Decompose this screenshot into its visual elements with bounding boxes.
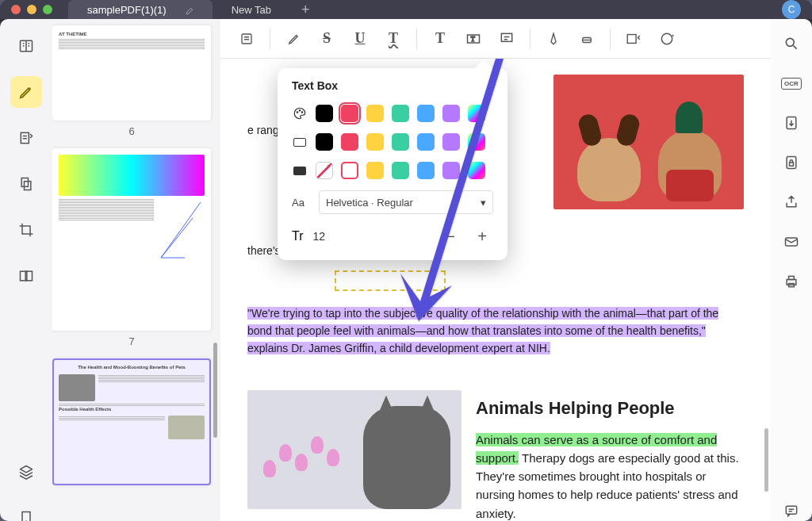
- color-swatch-red[interactable]: [341, 133, 358, 151]
- page-thumbnail-8[interactable]: The Health and Mood-Boosting Benefits of…: [52, 358, 211, 485]
- thumb-title: The Health and Mood-Boosting Benefits of…: [59, 365, 205, 371]
- font-select[interactable]: Helvetica · Regular ▾: [319, 190, 493, 214]
- text-tool[interactable]: T: [427, 25, 454, 52]
- lock-button[interactable]: [779, 151, 803, 174]
- color-swatch-blue[interactable]: [417, 133, 435, 151]
- thumb-title: AT THETIME: [59, 32, 205, 38]
- wavy-underline-tool[interactable]: T: [380, 25, 407, 52]
- maximize-window-button[interactable]: [43, 5, 52, 14]
- svg-rect-9: [501, 33, 511, 41]
- font-row: Aa Helvetica · Regular ▾: [292, 190, 493, 214]
- secondary-image: [247, 390, 462, 509]
- color-swatch-gradient[interactable]: [468, 133, 485, 151]
- popover-title: Text Box: [292, 79, 493, 92]
- border-color-row: [292, 133, 493, 151]
- convert-button[interactable]: [779, 111, 803, 135]
- layers-button[interactable]: [10, 456, 42, 488]
- tab-new[interactable]: New Tab: [213, 0, 290, 19]
- color-swatch-yellow[interactable]: [366, 105, 384, 122]
- color-swatch-purple[interactable]: [442, 162, 460, 179]
- color-swatch-black[interactable]: [316, 105, 333, 122]
- chevron-down-icon: ▾: [481, 197, 486, 209]
- reader-mode-button[interactable]: [10, 30, 42, 62]
- pen-tool[interactable]: [540, 25, 567, 52]
- user-avatar[interactable]: C: [782, 0, 801, 19]
- color-swatch-gradient[interactable]: [468, 162, 485, 179]
- svg-rect-16: [790, 163, 794, 166]
- color-swatch-black[interactable]: [316, 133, 333, 151]
- eraser-tool[interactable]: [573, 25, 600, 52]
- border-icon: [292, 136, 308, 148]
- color-swatch-red[interactable]: [341, 162, 358, 179]
- ocr-button[interactable]: OCR: [779, 71, 803, 95]
- palette-icon: [292, 107, 308, 120]
- share-button[interactable]: [779, 190, 803, 214]
- tab-active[interactable]: samplePDF(1)(1): [68, 0, 213, 19]
- add-tab-button[interactable]: +: [290, 0, 321, 19]
- page-thumbnail-7[interactable]: [52, 148, 211, 331]
- size-label: Tr: [292, 229, 304, 243]
- color-swatch-purple[interactable]: [442, 133, 460, 151]
- svg-point-24: [301, 112, 303, 113]
- color-swatch-blue[interactable]: [417, 105, 435, 122]
- thumb-number: 7: [52, 335, 211, 347]
- titlebar: samplePDF(1)(1) New Tab + C: [0, 0, 812, 19]
- minimize-window-button[interactable]: [27, 5, 36, 14]
- color-swatch-teal[interactable]: [392, 162, 409, 179]
- close-window-button[interactable]: [11, 5, 21, 14]
- svg-text:T: T: [471, 36, 475, 43]
- content-area: AT THETIME 6 7: [0, 19, 812, 521]
- compare-tool-button[interactable]: [10, 260, 42, 292]
- color-swatch-purple[interactable]: [442, 105, 460, 122]
- shape-tool[interactable]: [620, 25, 647, 52]
- edit-tool-button[interactable]: [10, 122, 42, 154]
- textbox-tool[interactable]: T: [460, 25, 487, 52]
- svg-rect-19: [789, 276, 795, 279]
- color-swatch-red[interactable]: [341, 105, 358, 122]
- color-swatch-none[interactable]: [316, 162, 333, 179]
- svg-rect-1: [21, 132, 29, 143]
- thumbnail-panel: AT THETIME 6 7: [52, 19, 220, 521]
- svg-point-23: [299, 110, 301, 112]
- size-row: Tr 12 − +: [292, 225, 493, 247]
- highlight-tool-button[interactable]: [10, 76, 42, 108]
- callout-tool[interactable]: [493, 25, 520, 52]
- pencil-icon[interactable]: [186, 6, 193, 13]
- text-color-row: [292, 105, 493, 122]
- color-swatch-yellow[interactable]: [366, 133, 384, 151]
- comment-button[interactable]: [779, 499, 803, 521]
- decrease-size-button[interactable]: −: [439, 225, 462, 247]
- window-controls: [11, 5, 52, 14]
- color-swatch-teal[interactable]: [392, 105, 409, 122]
- bookmark-button[interactable]: [10, 502, 42, 521]
- page-thumbnail-6[interactable]: AT THETIME: [52, 25, 211, 121]
- pages-tool-button[interactable]: [10, 168, 42, 200]
- svg-point-13: [786, 38, 794, 46]
- svg-rect-21: [786, 506, 796, 514]
- svg-rect-11: [627, 34, 636, 43]
- thumb-subtitle: Possible Health Effects: [59, 407, 205, 413]
- svg-rect-6: [242, 34, 251, 44]
- increase-size-button[interactable]: +: [471, 225, 493, 247]
- stamp-tool[interactable]: [653, 25, 680, 52]
- color-swatch-teal[interactable]: [392, 133, 409, 151]
- color-swatch-yellow[interactable]: [366, 162, 384, 179]
- color-swatch-blue[interactable]: [417, 162, 435, 179]
- font-label: Aa: [292, 197, 309, 209]
- crop-tool-button[interactable]: [10, 214, 42, 246]
- annotation-toolbar: S U T T T: [220, 19, 771, 59]
- note-tool[interactable]: [233, 25, 260, 52]
- color-swatch-gradient[interactable]: [468, 105, 485, 122]
- print-button[interactable]: [779, 270, 803, 293]
- strikethrough-tool[interactable]: S: [313, 25, 340, 52]
- textbox-style-popover: Text Box: [278, 68, 508, 260]
- svg-rect-2: [21, 178, 28, 187]
- scrollbar-thumb[interactable]: [764, 428, 768, 492]
- highlighter-tool[interactable]: [280, 25, 307, 52]
- mail-button[interactable]: [779, 230, 803, 254]
- textbox-placeholder[interactable]: [335, 270, 446, 291]
- underline-tool[interactable]: U: [347, 25, 373, 52]
- svg-point-22: [297, 112, 298, 113]
- search-button[interactable]: [779, 32, 803, 56]
- hero-image: [553, 75, 744, 209]
